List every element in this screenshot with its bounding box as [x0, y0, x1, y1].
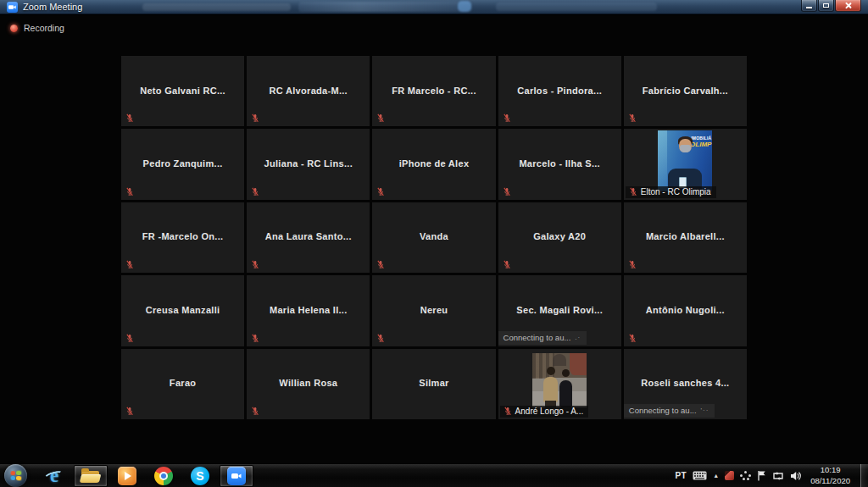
- maximize-button[interactable]: [818, 0, 834, 12]
- show-desktop-button[interactable]: [860, 464, 868, 487]
- muted-mic-icon: [251, 187, 259, 196]
- muted-mic-icon: [629, 187, 637, 196]
- minimize-button[interactable]: [801, 0, 817, 12]
- participant-tile[interactable]: Juliana - RC Lins...: [247, 129, 370, 199]
- participant-tile[interactable]: Marcio Albarell...: [624, 202, 747, 273]
- windows-media-player-icon: [118, 467, 136, 485]
- muted-mic-icon: [251, 260, 259, 269]
- participant-name: Nereu: [417, 305, 452, 315]
- close-icon: [844, 2, 852, 9]
- google-chrome-icon: [154, 467, 173, 485]
- participant-tile[interactable]: André Longo - A...: [498, 349, 621, 419]
- zoom-app-icon: [7, 2, 18, 13]
- participant-tile[interactable]: Ana Laura Santo...: [247, 202, 370, 273]
- participant-tile[interactable]: Silmar: [372, 349, 495, 419]
- participant-tile[interactable]: Vanda: [372, 202, 495, 273]
- connecting-status-text: Connecting to au...: [629, 406, 697, 415]
- connecting-status: Connecting to au... '··: [624, 404, 715, 418]
- banner-text: OLIMP: [690, 141, 711, 148]
- participant-tile[interactable]: iPhone de Alex: [372, 129, 495, 199]
- participant-tile[interactable]: Pedro Zanquim...: [121, 129, 244, 199]
- participant-tile[interactable]: Roseli sanches 4... Connecting to au... …: [624, 349, 747, 419]
- meeting-area: Recording Neto Galvani RC... RC Alvorada…: [0, 15, 868, 463]
- participant-tile[interactable]: Neto Galvani RC...: [121, 56, 244, 126]
- participant-tile[interactable]: Nereu: [372, 275, 495, 346]
- show-hidden-icons-button[interactable]: ▲: [713, 473, 719, 479]
- participant-name: Neto Galvani RC...: [136, 86, 229, 96]
- participant-tile[interactable]: FR -Marcelo On...: [121, 202, 244, 273]
- participant-name: Galaxy A20: [530, 231, 589, 241]
- internet-explorer-icon: e: [44, 466, 64, 486]
- participant-tile[interactable]: Marcelo - Ilha S...: [498, 129, 621, 199]
- taskbar-apps: eS: [37, 465, 253, 487]
- participant-name: Marcio Albarell...: [643, 231, 728, 241]
- taskbar-clock[interactable]: 10:19 08/11/2020: [810, 465, 850, 486]
- taskbar-button-windows-media-player[interactable]: [110, 465, 144, 487]
- muted-mic-icon: [125, 407, 134, 416]
- display-switch-icon[interactable]: [772, 471, 784, 481]
- participant-tile[interactable]: Fabrício Carvalh...: [624, 56, 747, 126]
- participant-video-label: Elton - RC Olimpia: [626, 186, 716, 198]
- windows-logo-icon: [11, 471, 22, 481]
- clock-date: 08/11/2020: [810, 476, 850, 486]
- participant-name: Elton - RC Olimpia: [641, 187, 711, 196]
- taskbar-button-internet-explorer[interactable]: e: [37, 465, 71, 487]
- minimize-icon: [806, 7, 812, 8]
- muted-mic-icon: [376, 187, 385, 196]
- participant-name: Roseli sanches 4...: [637, 378, 732, 388]
- system-tray: PT ▲ 10:19 08/11/2020: [675, 464, 868, 487]
- participant-tile[interactable]: Carlos - Pindora...: [498, 56, 621, 126]
- participant-tile[interactable]: Antônio Nugoli...: [624, 275, 747, 346]
- participant-name: FR -Marcelo On...: [139, 231, 227, 241]
- muted-mic-icon: [503, 113, 511, 123]
- participant-tile[interactable]: Willian Rosa: [247, 349, 370, 419]
- participant-name: André Longo - A...: [515, 407, 584, 416]
- participant-tile[interactable]: Creusa Manzalli: [121, 275, 244, 346]
- participant-name: Farao: [166, 378, 199, 388]
- participant-video-art: [532, 353, 587, 407]
- recording-tray-icon[interactable]: [725, 471, 734, 480]
- maximize-icon: [823, 3, 829, 8]
- participant-tile[interactable]: FR Marcelo - RC...: [372, 56, 495, 126]
- participant-name: FR Marcelo - RC...: [388, 86, 480, 96]
- muted-mic-icon: [125, 113, 134, 123]
- participant-name: Vanda: [416, 231, 452, 241]
- participant-tile[interactable]: Maria Helena Il...: [247, 275, 370, 346]
- connecting-status-text: Connecting to au...: [504, 333, 571, 342]
- participant-tile[interactable]: Farao: [121, 349, 244, 419]
- aero-reflection: [458, 1, 471, 12]
- participant-tile[interactable]: IMOBILIÁ OLIMP Elton - RC Olimpia: [624, 129, 747, 199]
- participant-name: Silmar: [415, 378, 452, 388]
- participant-tile[interactable]: RC Alvorada-M...: [247, 56, 370, 126]
- connecting-status: Connecting to au... .·: [498, 331, 587, 345]
- language-indicator[interactable]: PT: [675, 471, 687, 480]
- connecting-spinner-icon: '··: [701, 407, 709, 414]
- taskbar-button-google-chrome[interactable]: [147, 465, 181, 487]
- action-center-flag-icon[interactable]: [757, 470, 766, 481]
- taskbar: eS PT ▲ 10:19 08/11/2020: [0, 463, 868, 487]
- muted-mic-icon: [628, 260, 637, 269]
- participant-tile[interactable]: Sec. Magali Rovi... Connecting to au... …: [498, 275, 621, 346]
- muted-mic-icon: [125, 260, 134, 269]
- participant-video-label: André Longo - A...: [500, 406, 589, 418]
- windows-explorer-icon: [81, 468, 101, 484]
- keyboard-icon[interactable]: [693, 471, 707, 480]
- taskbar-button-skype[interactable]: S: [183, 465, 217, 487]
- window-titlebar: Zoom Meeting: [0, 0, 868, 14]
- speaker-icon[interactable]: [790, 471, 802, 481]
- zoom-taskbar-icon: [227, 467, 246, 485]
- participant-tile[interactable]: Galaxy A20: [498, 202, 621, 273]
- tray-app-icon[interactable]: [740, 471, 751, 481]
- taskbar-button-windows-explorer[interactable]: [74, 465, 108, 487]
- recording-indicator: Recording: [10, 23, 64, 33]
- participant-video-art: IMOBILIÁ OLIMP: [658, 130, 712, 191]
- clock-time: 10:19: [810, 465, 850, 475]
- participant-name: RC Alvorada-M...: [266, 86, 351, 96]
- close-button[interactable]: [835, 0, 861, 12]
- aero-reflection: [142, 3, 291, 11]
- muted-mic-icon: [251, 113, 259, 123]
- start-button[interactable]: [4, 464, 27, 487]
- taskbar-button-zoom[interactable]: [220, 465, 253, 487]
- participant-name: Creusa Manzalli: [142, 305, 224, 315]
- muted-mic-icon: [628, 334, 637, 343]
